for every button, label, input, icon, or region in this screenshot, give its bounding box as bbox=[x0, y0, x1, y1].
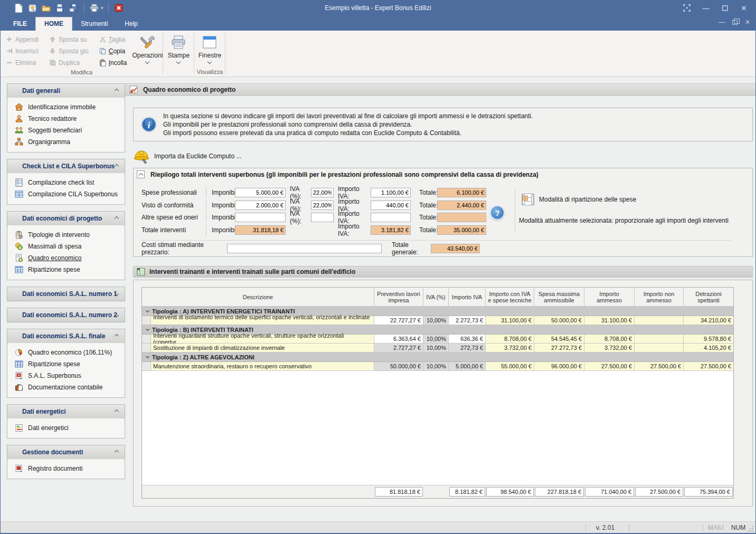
col-importo-con-iva[interactable]: Importo con IVA e spese tecniche bbox=[486, 288, 534, 307]
col-preventivo[interactable]: Preventivo lavori impresa bbox=[374, 288, 423, 307]
import-euclide-button[interactable]: Importa da Euclide Computo ... bbox=[133, 148, 302, 165]
visto-conformita-importo-iva-input[interactable] bbox=[371, 201, 411, 210]
col-descrizione[interactable]: Descrizione bbox=[142, 288, 374, 307]
spese-professionali-importo-iva-input[interactable] bbox=[371, 188, 411, 197]
pdf-document-icon: A bbox=[15, 371, 23, 380]
pdf-document-icon bbox=[15, 464, 23, 473]
group-label-modifica: Modifica bbox=[1, 69, 163, 77]
sidebar-item-ripartizione-spese-sal[interactable]: Ripartizione spese bbox=[7, 358, 125, 370]
sposta-giu-button[interactable]: Sposta giù bbox=[47, 45, 91, 56]
section-header-sal-numero-2[interactable]: Dati economici S.A.L. numero 2 bbox=[7, 308, 125, 322]
col-importo-iva[interactable]: Importo IVA bbox=[449, 288, 486, 307]
sidebar-item-tipologie-intervento[interactable]: Tipologie di intervento bbox=[7, 229, 125, 241]
copia-button[interactable]: Copia bbox=[97, 45, 129, 56]
costi-prezzario-input[interactable] bbox=[227, 244, 382, 253]
section-header-dati-energetici[interactable]: Dati energetici bbox=[7, 405, 125, 418]
help-button[interactable]: ? bbox=[490, 205, 505, 220]
quick-access-toolbar: ▾ bbox=[1, 3, 124, 13]
group-row-z[interactable]: Tipologia : Z) ALTRE AGEVOLAZIONI bbox=[142, 352, 733, 362]
col-iva[interactable]: IVA (%) bbox=[423, 288, 449, 307]
inserisci-button[interactable]: Inserisci bbox=[4, 45, 41, 56]
save-icon[interactable] bbox=[54, 3, 65, 13]
tab-help[interactable]: Help bbox=[116, 17, 146, 31]
sidebar-item-dati-energetici[interactable]: Dati energetici bbox=[7, 422, 125, 434]
open-folder-icon[interactable] bbox=[41, 3, 51, 13]
sidebar-item-compilazione-check-list[interactable]: Compilazione check list bbox=[7, 177, 125, 188]
interventi-table: Descrizione Preventivo lavori impresa IV… bbox=[141, 287, 734, 499]
appendi-button[interactable]: Appendi bbox=[4, 34, 41, 45]
mdi-restore-icon[interactable] bbox=[732, 20, 738, 25]
section-header-gestione-documenti[interactable]: Gestione documenti bbox=[7, 445, 125, 459]
sidebar-item-quadro-economico[interactable]: € Quadro economico bbox=[7, 252, 125, 264]
visto-conformita-iva-input[interactable] bbox=[311, 201, 334, 210]
col-importo-non-ammesso[interactable]: Importo non ammesso bbox=[635, 288, 684, 307]
taglia-button[interactable]: Taglia bbox=[97, 34, 129, 45]
riepilogo-collapse-button[interactable] bbox=[137, 170, 145, 178]
sidebar-item-organigramma[interactable]: Organigramma bbox=[7, 136, 125, 148]
open-wizard-icon[interactable] bbox=[27, 3, 37, 13]
section-header-dati-economici-progetto[interactable]: Dati economici di progetto bbox=[7, 212, 125, 225]
collapse-chevron-icon bbox=[115, 216, 119, 221]
mdi-close-icon[interactable]: ✕ bbox=[745, 19, 750, 25]
tab-file[interactable]: FILE bbox=[5, 17, 35, 31]
mdi-minimize-icon[interactable]: — bbox=[719, 19, 725, 25]
col-detrazioni[interactable]: Detrazioni spettanti bbox=[684, 288, 733, 307]
close-icon[interactable]: ✕ bbox=[735, 2, 752, 14]
sidebar-item-quadro-economico-sal[interactable]: Quadro economico (106,11%) bbox=[7, 347, 125, 358]
operazioni-button[interactable]: Operazioni bbox=[132, 33, 163, 63]
tab-home[interactable]: HOME bbox=[35, 17, 72, 31]
section-header-dati-generali[interactable]: Dati generali bbox=[7, 84, 125, 98]
sidebar-item-sal-superbonus[interactable]: A S.A.L. Superbonus bbox=[7, 370, 125, 382]
sidebar-item-registro-documenti[interactable]: Registro documenti bbox=[7, 463, 125, 474]
table-row[interactable]: Manutenzione straordinaria, restauro o r… bbox=[142, 362, 733, 371]
incolla-button[interactable]: Incolla bbox=[97, 57, 129, 68]
ribbon-group-stampe: Stampe bbox=[163, 31, 194, 77]
new-document-icon[interactable] bbox=[13, 3, 24, 13]
altre-spese-importo-iva-input[interactable] bbox=[371, 213, 411, 222]
stampe-button[interactable]: Stampe bbox=[163, 33, 194, 63]
section-header-sal-numero-1[interactable]: Dati economici S.A.L. numero 1 bbox=[7, 287, 125, 301]
maximize-icon[interactable] bbox=[716, 2, 733, 14]
col-importo-ammesso[interactable]: Importo ammesso bbox=[584, 288, 635, 307]
sidebar-item-compilazione-cila[interactable]: Compilazione CILA Superbonus bbox=[7, 188, 125, 200]
spese-professionali-iva-input[interactable] bbox=[311, 188, 334, 197]
elimina-button[interactable]: Elimina bbox=[4, 57, 41, 68]
title-bar: ▾ Esempio villetta - Expert Bonus Ediliz… bbox=[1, 0, 755, 16]
altre-spese-iva-input[interactable] bbox=[311, 213, 334, 222]
toolbar-separator bbox=[108, 4, 109, 12]
visto-conformita-imponibile-input[interactable] bbox=[235, 201, 286, 210]
duplica-button[interactable]: Duplica bbox=[47, 57, 91, 68]
fit-screen-icon[interactable] bbox=[678, 2, 695, 14]
exit-icon[interactable] bbox=[114, 3, 124, 13]
statusbar-separator bbox=[629, 525, 629, 531]
table-row[interactable]: Interventi di isolamento termico delle s… bbox=[142, 316, 733, 325]
sidebar-item-tecnico-redattore[interactable]: Tecnico redattore bbox=[7, 113, 125, 125]
section-header-checklist-cila[interactable]: Check List e CILA Superbonus bbox=[7, 159, 125, 173]
sidebar-item-identificazione-immobile[interactable]: Identificazione immobile bbox=[7, 101, 125, 113]
tab-strumenti[interactable]: Strumenti bbox=[72, 17, 116, 31]
altre-spese-imponibile-input[interactable] bbox=[235, 213, 286, 222]
sidebar-item-soggetti-beneficiari[interactable]: Soggetti beneficiari bbox=[7, 125, 125, 136]
spese-professionali-imponibile-input[interactable] bbox=[235, 188, 286, 197]
quick-print-icon[interactable] bbox=[89, 3, 99, 13]
section-header-sal-finale[interactable]: Dati economici S.A.L. finale bbox=[7, 329, 125, 343]
sidebar-item-ripartizione-spese[interactable]: Ripartizione spese bbox=[7, 264, 125, 275]
table-row[interactable]: Interventi riguardanti strutture opache … bbox=[142, 335, 733, 344]
ribbon-tabs: FILE HOME Strumenti Help — ✕ bbox=[1, 16, 755, 31]
energy-class-icon bbox=[15, 424, 23, 432]
sidebar-item-massimali-spesa[interactable]: $ Massimali di spesa bbox=[7, 241, 125, 252]
save-as-icon[interactable] bbox=[68, 3, 79, 13]
sposta-su-button[interactable]: Sposta su bbox=[47, 34, 91, 45]
riepilogo-vertical-separator bbox=[515, 189, 515, 233]
table-row[interactable]: Sostituzione di impianti di climatizzazi… bbox=[142, 344, 733, 352]
totale-generale-field bbox=[431, 244, 480, 253]
col-spesa-massima[interactable]: Spesa massima ammissibile bbox=[534, 288, 584, 307]
minimize-icon[interactable]: — bbox=[697, 2, 714, 14]
modalita-ripartizione-button[interactable]: E Modalità di ripartizione delle spese bbox=[521, 193, 636, 206]
sidebar-item-documentazione-contabile[interactable]: Documentazione contabile bbox=[7, 382, 125, 393]
finestre-button[interactable]: Finestre bbox=[194, 33, 225, 63]
print-dropdown-chevron[interactable]: ▾ bbox=[101, 5, 103, 11]
people-group-icon bbox=[15, 126, 23, 135]
resize-grip[interactable] bbox=[748, 526, 754, 532]
operazioni-dropdown-chevron bbox=[145, 60, 149, 64]
